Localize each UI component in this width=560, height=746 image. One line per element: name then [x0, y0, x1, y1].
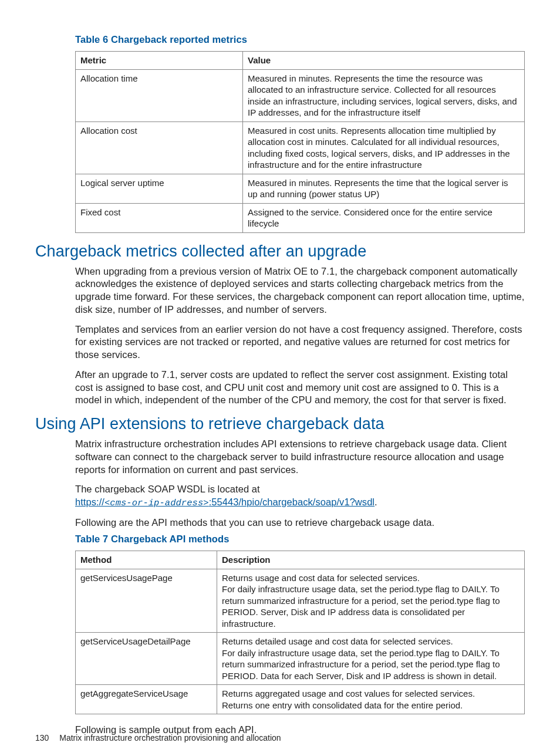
heading-api-extensions: Using API extensions to retrieve chargeb…	[35, 415, 525, 433]
wsdl-link[interactable]: https://<cms-or-ip-address>:55443/hpio/c…	[75, 497, 375, 507]
wsdl-intro-text: The chargeback SOAP WSDL is located at	[75, 484, 260, 494]
wsdl-link-post: :55443/hpio/chargeback/soap/v1?wsdl	[209, 497, 375, 507]
metric-cell: Allocation cost	[76, 121, 243, 174]
wsdl-link-host-placeholder: <cms-or-ip-address>	[104, 498, 209, 508]
table-row: Allocation time Measured in minutes. Rep…	[76, 69, 525, 121]
method-cell: getAggregateServiceUsage	[76, 685, 217, 714]
page-footer: 130 Matrix infrastructure orchestration …	[35, 733, 281, 742]
wsdl-link-pre: https://	[75, 497, 104, 507]
description-cell: Returns detailed usage and cost data for…	[217, 633, 525, 685]
paragraph: When upgrading from a previous version o…	[75, 265, 525, 316]
value-cell: Measured in minutes. Represents the time…	[243, 174, 525, 203]
paragraph: Templates and services from an earlier v…	[75, 323, 525, 362]
table7-caption: Table 7 Chargeback API methods	[75, 534, 525, 545]
description-cell: Returns aggregated usage and cost values…	[217, 685, 525, 714]
table-row: Allocation cost Measured in cost units. …	[76, 121, 525, 174]
paragraph: Matrix infrastructure orchestration incl…	[75, 438, 525, 476]
metric-cell: Logical server uptime	[76, 174, 243, 203]
value-cell: Measured in minutes. Represents the time…	[243, 69, 525, 121]
metric-cell: Allocation time	[76, 69, 243, 121]
metric-cell: Fixed cost	[76, 203, 243, 232]
table-row: Fixed cost Assigned to the service. Cons…	[76, 203, 525, 232]
table6-header-metric: Metric	[76, 52, 243, 70]
table7-header-method: Method	[76, 551, 217, 569]
page-number: 130	[35, 733, 49, 742]
paragraph: Following are the API methods that you c…	[75, 517, 525, 529]
heading-chargeback-after-upgrade: Chargeback metrics collected after an up…	[35, 242, 525, 261]
value-cell: Assigned to the service. Considered once…	[243, 203, 525, 232]
table-row: Logical server uptime Measured in minute…	[76, 174, 525, 203]
paragraph-with-link: The chargeback SOAP WSDL is located at h…	[75, 483, 525, 509]
description-cell: Returns usage and cost data for selected…	[217, 569, 525, 633]
table6-chargeback-reported-metrics: Metric Value Allocation time Measured in…	[75, 51, 525, 233]
paragraph: After an upgrade to 7.1, server costs ar…	[75, 369, 525, 407]
running-title: Matrix infrastructure orchestration prov…	[59, 733, 281, 742]
table6-caption: Table 6 Chargeback reported metrics	[75, 34, 525, 45]
method-cell: getServiceUsageDetailPage	[76, 633, 217, 685]
table6-header-value: Value	[243, 52, 525, 70]
table-row: getServiceUsageDetailPage Returns detail…	[76, 633, 525, 685]
value-cell: Measured in cost units. Represents alloc…	[243, 121, 525, 174]
table7-header-description: Description	[217, 551, 525, 569]
table-row: getServicesUsagePage Returns usage and c…	[76, 569, 525, 633]
table-row: getAggregateServiceUsage Returns aggrega…	[76, 685, 525, 714]
method-cell: getServicesUsagePage	[76, 569, 217, 633]
table7-chargeback-api-methods: Method Description getServicesUsagePage …	[75, 551, 525, 714]
